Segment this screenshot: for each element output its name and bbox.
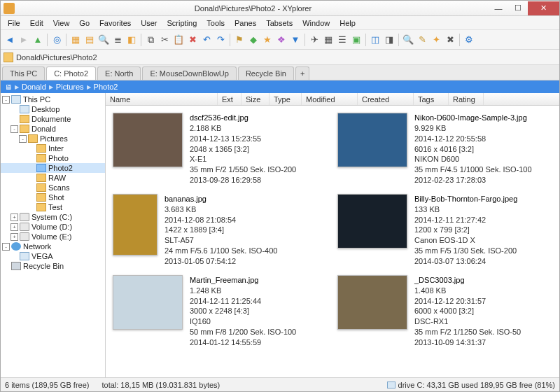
find-icon[interactable]: 🔍: [97, 34, 110, 46]
close-button[interactable]: ✕: [528, 1, 559, 15]
tree-node[interactable]: Photo2: [1, 163, 105, 173]
filter-icon[interactable]: ▼: [289, 34, 302, 46]
app-icon[interactable]: ◧: [125, 34, 138, 46]
file-list[interactable]: dscf2536-edit.jpg2.188 KB2014-12-13 15:2…: [106, 106, 559, 377]
menu-panes[interactable]: Panes: [230, 18, 260, 29]
tree-node[interactable]: Scans: [1, 183, 105, 192]
pane-icon[interactable]: ◫: [369, 34, 382, 46]
tree-node[interactable]: RAW: [1, 173, 105, 183]
preview-icon[interactable]: ◨: [383, 34, 396, 46]
file-item[interactable]: dscf2536-edit.jpg2.188 KB2014-12-13 15:2…: [111, 110, 329, 188]
file-item[interactable]: Martin_Freeman.jpg1.248 KB2014-12-11 21:…: [111, 272, 329, 351]
tree-node[interactable]: Desktop: [1, 104, 105, 114]
tree-node[interactable]: -This PC: [1, 94, 105, 104]
file-item[interactable]: Billy-Bob-Thornton-Fargo.jpeg133 KB2014-…: [336, 191, 554, 270]
back-icon[interactable]: ◄: [4, 34, 16, 46]
column-header[interactable]: Type: [270, 93, 302, 105]
expand-icon[interactable]: +: [10, 233, 18, 241]
tree-node[interactable]: +Volume (D:): [1, 222, 105, 232]
tree-node[interactable]: -Network: [1, 241, 105, 251]
column-header[interactable]: Rating: [449, 93, 484, 105]
tree-node[interactable]: -Donald: [1, 124, 105, 134]
expand-icon[interactable]: -: [19, 135, 27, 143]
search-icon[interactable]: 🔍: [402, 34, 414, 46]
brush-icon[interactable]: ✎: [416, 34, 428, 46]
expand-icon[interactable]: -: [2, 96, 10, 104]
tab[interactable]: E: MouseDownBlowUp: [142, 66, 237, 80]
palette-icon[interactable]: ❖: [275, 34, 288, 46]
tree-node[interactable]: Dokumente: [1, 114, 105, 124]
menu-go[interactable]: Go: [75, 18, 94, 29]
tree-node[interactable]: +System (C:): [1, 212, 105, 222]
up-icon[interactable]: ▲: [31, 34, 44, 46]
tree-node[interactable]: Inter: [1, 144, 105, 153]
new-folder-icon[interactable]: ▦: [69, 34, 82, 46]
target-icon[interactable]: ◎: [50, 34, 63, 46]
gear-icon[interactable]: ⚙: [463, 34, 475, 46]
thumb-icon[interactable]: ▣: [350, 34, 363, 46]
send-icon[interactable]: ✈: [308, 34, 321, 46]
tab[interactable]: C: Photo2: [46, 66, 96, 80]
tab[interactable]: E: North: [97, 66, 141, 80]
menu-scripting[interactable]: Scripting: [163, 18, 202, 29]
expand-icon[interactable]: -: [2, 243, 10, 251]
menu-view[interactable]: View: [49, 18, 74, 29]
tree-node[interactable]: +Volume (E:): [1, 232, 105, 241]
details-icon[interactable]: ☰: [336, 34, 349, 46]
maximize-button[interactable]: ☐: [508, 1, 528, 15]
column-header[interactable]: Name: [106, 93, 218, 105]
column-header[interactable]: Size: [241, 93, 270, 105]
menu-window[interactable]: Window: [298, 18, 334, 29]
column-header[interactable]: Modified: [302, 93, 358, 105]
column-header[interactable]: Created: [358, 93, 414, 105]
star-icon[interactable]: ★: [261, 34, 274, 46]
breadcrumb[interactable]: 🖥▶Donald▶Pictures▶Photo2: [1, 80, 559, 93]
menu-tabsets[interactable]: Tabsets: [262, 18, 297, 29]
breadcrumb-segment[interactable]: Pictures: [56, 83, 84, 91]
wand-icon[interactable]: ✦: [430, 34, 442, 46]
minimize-button[interactable]: —: [489, 1, 508, 15]
file-item[interactable]: Nikon-D600-Image-Sample-3.jpg9.929 KB201…: [336, 110, 554, 188]
expand-icon[interactable]: +: [10, 214, 18, 221]
file-item[interactable]: _DSC3003.jpg1.408 KB2014-12-12 20:31:576…: [336, 272, 554, 351]
tree-node[interactable]: Shot: [1, 192, 105, 202]
breadcrumb-segment[interactable]: Donald: [22, 83, 46, 91]
undo-icon[interactable]: ↶: [200, 34, 213, 46]
paste-icon[interactable]: 📋: [172, 34, 185, 46]
column-header[interactable]: Ext: [218, 93, 241, 105]
menu-help[interactable]: Help: [335, 18, 360, 29]
cut-icon[interactable]: ✂: [158, 34, 171, 46]
list-icon[interactable]: ≣: [111, 34, 124, 46]
new-tab-button[interactable]: +: [295, 66, 309, 80]
expand-icon[interactable]: +: [10, 223, 18, 231]
copy-icon[interactable]: ⧉: [144, 34, 157, 46]
breadcrumb-root-icon[interactable]: 🖥: [5, 83, 12, 91]
file-item[interactable]: bananas.jpg3.683 KB2014-12-08 21:08:5414…: [111, 191, 329, 270]
tree-node[interactable]: Test: [1, 202, 105, 212]
forward-icon[interactable]: ►: [18, 34, 30, 46]
column-headers[interactable]: NameExtSizeTypeModifiedCreatedTagsRating: [106, 93, 559, 106]
grid-icon[interactable]: ▦: [322, 34, 335, 46]
folder-tree[interactable]: -This PCDesktopDokumente-Donald-Pictures…: [1, 93, 106, 377]
menu-user[interactable]: User: [136, 18, 161, 29]
menu-file[interactable]: File: [4, 18, 24, 29]
label-icon[interactable]: ◆: [247, 34, 260, 46]
new-file-icon[interactable]: ▤: [83, 34, 96, 46]
tree-node[interactable]: Recycle Bin: [1, 261, 105, 271]
tree-node[interactable]: VEGA: [1, 251, 105, 261]
delete-icon[interactable]: ✖: [186, 34, 199, 46]
expand-icon[interactable]: -: [10, 125, 18, 133]
tools-icon[interactable]: ✖: [444, 34, 456, 46]
tab[interactable]: This PC: [2, 66, 45, 80]
menu-edit[interactable]: Edit: [26, 18, 48, 29]
tag-icon[interactable]: ⚑: [233, 34, 246, 46]
tree-node[interactable]: -Pictures: [1, 134, 105, 144]
tree-node[interactable]: Photo: [1, 153, 105, 163]
addressbar[interactable]: Donald\Pictures\Photo2: [1, 50, 559, 65]
menu-favorites[interactable]: Favorites: [95, 18, 135, 29]
breadcrumb-segment[interactable]: Photo2: [94, 83, 118, 91]
redo-icon[interactable]: ↷: [214, 34, 227, 46]
tab[interactable]: Recycle Bin: [238, 66, 294, 80]
menu-tools[interactable]: Tools: [202, 18, 229, 29]
column-header[interactable]: Tags: [414, 93, 449, 105]
